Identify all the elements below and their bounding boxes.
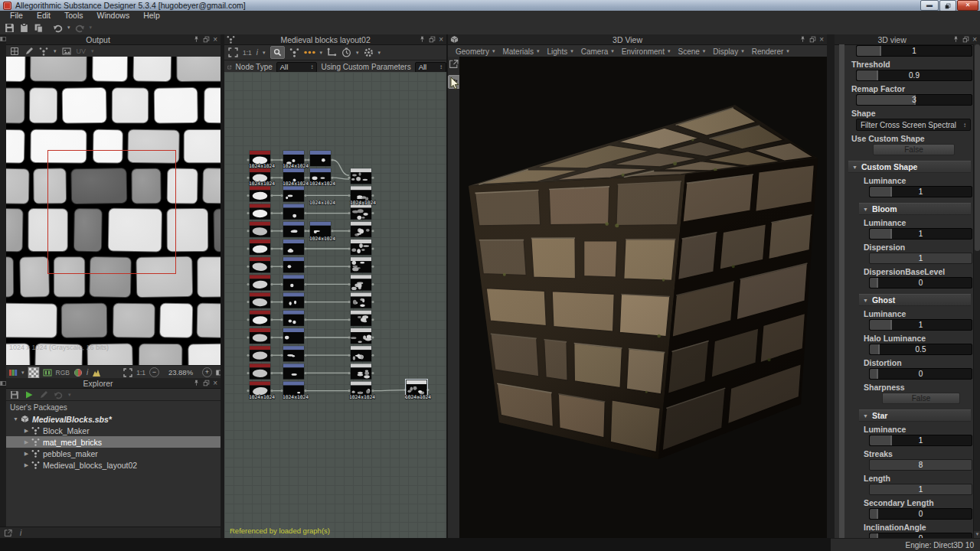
save-icon[interactable] [10,390,19,399]
toggle-button-sharpness[interactable]: False [882,393,960,404]
slider-dispersion[interactable]: 1 [869,253,972,264]
close-icon[interactable]: × [819,36,824,43]
slider-streaks[interactable]: 8 [869,459,972,471]
graph-node[interactable] [348,364,374,380]
uv-dropdown-icon[interactable]: ▾ [91,48,94,54]
explorer-item-pebbles_maker[interactable]: ▶pebbles_maker [6,448,220,459]
dock-icon[interactable] [4,529,12,537]
nodes-dropdown-icon[interactable]: ▾ [54,48,57,54]
filter-icon[interactable] [227,64,232,71]
link-graph-icon[interactable] [24,390,34,399]
slider-secondary-length[interactable]: 0 [869,508,972,520]
graph-node[interactable] [281,275,307,291]
graph-node[interactable] [247,221,273,237]
close-icon[interactable]: × [213,36,217,43]
float-icon[interactable] [962,36,969,43]
copy-icon[interactable] [34,23,44,33]
graph-node[interactable] [348,204,374,220]
menu-item-windows[interactable]: Windows [90,11,137,21]
3d-menu-environment[interactable]: Environment▾ [619,47,674,56]
fit-view-icon[interactable] [228,47,238,57]
info-icon[interactable]: i [256,48,258,57]
3d-view-header[interactable]: 3D View × [448,34,827,45]
graph-node[interactable] [247,240,273,256]
pin-icon[interactable] [952,36,959,43]
slider-length[interactable]: 1 [869,484,972,495]
output-panel-header[interactable]: Output × [6,34,220,45]
gear-dropdown-icon[interactable]: ▾ [378,50,381,56]
image-icon[interactable] [62,47,71,56]
graph-node[interactable] [281,240,307,256]
graph-node[interactable] [247,204,273,220]
custom-params-select[interactable]: All↕ [415,62,446,73]
pointer-tool-button[interactable] [270,46,285,59]
paste-icon[interactable] [19,23,29,33]
3d-menu-camera[interactable]: Camera▾ [578,47,617,56]
graph-node[interactable] [281,186,307,202]
dock-tab-icon[interactable] [0,380,6,386]
link-mode-icon[interactable] [289,47,299,57]
node-type-select[interactable]: All↕ [276,62,318,73]
panel-splitter[interactable] [827,34,835,538]
graph-node[interactable] [348,328,374,344]
pin-icon[interactable] [799,36,806,43]
section-header-star[interactable]: ▼Star [859,409,971,422]
graph-node[interactable] [348,240,374,256]
undo-icon[interactable] [53,23,63,33]
graph-node[interactable] [348,221,374,237]
graph-node[interactable] [247,328,273,344]
menu-item-help[interactable]: Help [136,11,167,21]
graph-node[interactable] [281,310,307,326]
slider-halo-luminance[interactable]: 0.5 [869,344,972,355]
zoom-1to1-button[interactable]: 1:1 [243,49,252,57]
expand-arrow-icon[interactable]: ▶ [23,428,30,434]
gear-icon[interactable] [364,47,374,57]
minimize-button[interactable]: ▬ [920,0,939,11]
menu-item-tools[interactable]: Tools [57,11,90,21]
2d-texture-view[interactable]: 1024 x 1024 (Grayscale, 16 bits) [6,57,220,365]
3d-menu-geometry[interactable]: Geometry▾ [452,47,498,56]
float-icon[interactable] [429,36,436,43]
toggle-button-use-custom-shape[interactable]: False [873,144,955,155]
slider-distortion[interactable]: 0 [869,368,972,380]
slider-unnamed[interactable]: 1 [856,45,972,57]
properties-scrollbar[interactable]: ▼ [973,44,980,538]
float-icon[interactable] [203,380,210,386]
histogram-icon[interactable] [92,368,101,377]
channels-dropdown-icon[interactable]: ▾ [21,370,24,376]
float-icon[interactable] [809,36,816,43]
select-shape[interactable]: Filter Cross Screen Spectral↕ [856,119,971,131]
slider-inclinationangle[interactable]: 0 [869,533,972,538]
close-icon[interactable]: × [972,36,977,43]
graph-node[interactable] [348,310,374,326]
close-icon[interactable]: × [439,36,443,43]
grid-icon[interactable] [10,47,19,56]
pin-icon[interactable] [419,36,426,43]
collapse-arrow-icon[interactable]: ▼ [12,416,19,422]
redo-icon[interactable] [75,23,85,33]
scrollbar-down-arrow[interactable]: ▼ [974,531,980,538]
graph-node[interactable] [247,346,273,362]
3d-menu-lights[interactable]: Lights▾ [544,47,577,56]
colorspace-icon[interactable] [74,368,83,377]
window-titlebar[interactable]: Allegorithmic Substance Designer 5.3.4 [… [0,0,980,11]
channels-icon[interactable] [8,368,18,377]
slider-luminance[interactable]: 1 [869,435,972,446]
graph-panel-header[interactable]: Medieval blocks layout02 × [224,34,446,45]
menu-item-edit[interactable]: Edit [30,11,57,21]
edit-icon[interactable] [39,390,48,399]
compute-dropdown-icon[interactable]: ▾ [356,50,359,56]
float-icon[interactable] [203,36,210,43]
info-icon[interactable]: i [87,368,88,377]
slider-threshold[interactable]: 0.9 [856,70,972,81]
slider-luminance[interactable]: 1 [869,186,972,197]
graph-node[interactable] [247,310,273,326]
graph-node[interactable] [247,292,273,308]
nodes-icon[interactable] [39,47,48,56]
slider-dispersionbaselevel[interactable]: 0 [869,277,972,289]
explorer-panel-header[interactable]: Explorer × [6,378,220,389]
info-dropdown-icon[interactable]: ▾ [263,50,266,56]
3d-menu-display[interactable]: Display▾ [710,47,746,56]
graph-node[interactable] [281,364,307,380]
3d-viewport[interactable] [459,57,827,538]
